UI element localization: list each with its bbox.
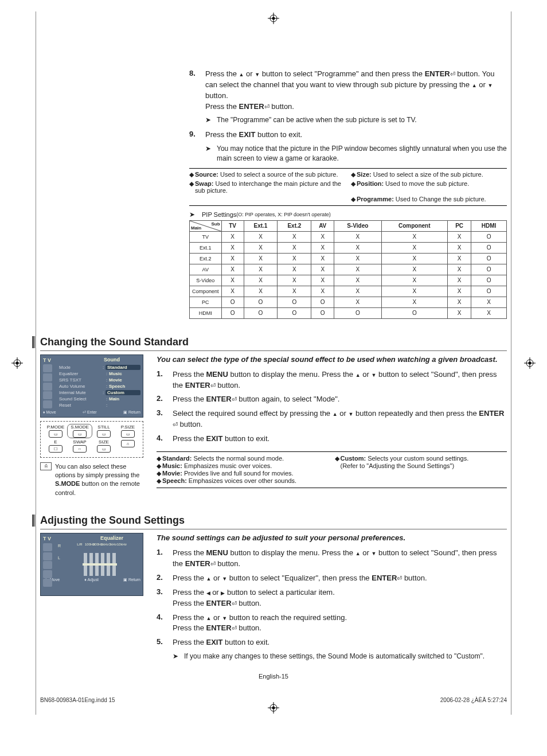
osd-category-icons [43, 364, 56, 409]
table-col-header: AV [311, 220, 334, 231]
table-row: Ext.2XXXXXXXO [190, 253, 507, 264]
enter-icon: ⏎ [210, 560, 216, 569]
table-cell: O [471, 286, 507, 297]
table-cell: O [334, 307, 381, 318]
down-arrow-icon: ▼ [487, 83, 493, 88]
table-header-diagonal: Main Sub [190, 220, 222, 231]
table-cell: X [311, 264, 334, 275]
osd-menu-row: SRS TSXT:Movie [59, 377, 140, 383]
osd-menu-row: Equalizer:Music [59, 371, 140, 377]
table-row: ComponentXXXXXXXO [190, 286, 507, 297]
enter-icon: ⏎ [210, 381, 216, 391]
table-col-header: Ext.1 [244, 220, 278, 231]
table-cell: X [448, 253, 471, 264]
table-cell: X [471, 297, 507, 307]
table-col-header: Component [381, 220, 448, 231]
step-8-body: Press the ▲ or ▼ button to select "Progr… [205, 69, 507, 112]
table-row-header: AV [190, 264, 222, 275]
bullet-icon: ◆ [157, 470, 162, 477]
table-cell: X [448, 275, 471, 286]
bullet-icon: ◆ [335, 455, 341, 462]
table-cell: O [311, 307, 334, 318]
step-number: 9. [189, 130, 205, 141]
note-arrow-icon: ➤ [205, 115, 214, 125]
table-row: TVXXXXXXXO [190, 231, 507, 242]
eq-intro-text: The sound settings can be adjusted to su… [157, 533, 507, 543]
down-arrow-icon: ▼ [371, 551, 376, 556]
table-row-header: PC [190, 297, 222, 307]
table-cell: X [221, 242, 244, 253]
table-col-header: TV [221, 220, 244, 231]
enter-icon: ⏎ [173, 420, 178, 430]
table-cell: O [278, 307, 311, 318]
osd-sound-menu: T V Sound Mode:StandardEqualizer:MusicSR… [40, 354, 143, 418]
table-cell: X [448, 231, 471, 242]
svg-point-11 [16, 361, 19, 364]
table-cell: X [448, 297, 471, 307]
table-row: HDMIOOOOOOXX [190, 307, 507, 318]
table-cell: X [221, 275, 244, 286]
table-cell: X [311, 242, 334, 253]
svg-point-3 [272, 17, 275, 20]
bullet-icon: ◆ [351, 196, 357, 203]
table-col-header: S-Video [334, 220, 381, 231]
osd-eq-sliders [59, 548, 140, 576]
registration-mark-icon [11, 357, 23, 369]
svg-point-7 [272, 706, 275, 709]
table-cell: X [221, 264, 244, 275]
enter-icon: ⏎ [232, 624, 237, 633]
table-cell: O [221, 307, 244, 318]
registration-mark-icon [268, 702, 279, 714]
table-cell: X [278, 275, 311, 286]
smode-shortcut-note: ⎙ You can also select these options by s… [40, 462, 146, 498]
osd-menu-row: Auto Volume:Speech [59, 383, 140, 389]
table-row-header: HDMI [190, 307, 222, 318]
table-cell: X [244, 264, 278, 275]
table-cell: X [334, 286, 381, 297]
table-cell: X [244, 275, 278, 286]
section-title-sound-settings: Adjusting the Sound Settings [40, 515, 507, 529]
table-row-header: Ext.1 [190, 242, 222, 253]
table-row: PCOOOOXXXX [190, 297, 507, 307]
table-cell: O [221, 297, 244, 307]
table-col-header: Ext.2 [278, 220, 311, 231]
table-cell: X [244, 286, 278, 297]
table-col-header: PC [448, 220, 471, 231]
eq-custom-note: If you make any changes to these setting… [184, 652, 485, 661]
osd-footer: ♦ Move ⏎ Enter ▣ Return [43, 410, 140, 415]
step-8-note: The "Programme" can be active when the s… [217, 115, 417, 125]
table-cell: O [278, 297, 311, 307]
table-cell: X [278, 264, 311, 275]
table-row-header: S-Video [190, 275, 222, 286]
svg-point-15 [529, 361, 532, 364]
table-cell: O [471, 253, 507, 264]
section-title-sound-standard: Changing the Sound Standard [40, 336, 507, 351]
registration-mark-icon [524, 357, 536, 369]
table-cell: X [381, 286, 448, 297]
table-cell: X [244, 242, 278, 253]
table-cell: X [221, 253, 244, 264]
remote-note-icon: ⎙ [40, 462, 52, 470]
table-cell: X [448, 307, 471, 318]
remote-buttons-diagram: P.MODE▭ S.MODE▭ STILL▭ P.SIZE▭ E☐ SWAP↔ … [40, 421, 143, 458]
table-cell: O [244, 297, 278, 307]
table-cell: X [221, 286, 244, 297]
table-cell: X [334, 231, 381, 242]
down-arrow-icon: ▼ [255, 72, 260, 77]
table-cell: X [311, 231, 334, 242]
table-cell: X [278, 242, 311, 253]
bullet-icon: ◆ [189, 171, 195, 178]
table-cell: X [311, 286, 334, 297]
table-row-header: TV [190, 231, 222, 242]
table-cell: X [381, 253, 448, 264]
enter-icon: ⏎ [397, 574, 402, 583]
table-cell: X [244, 253, 278, 264]
osd-menu-row: Mode:Standard [59, 364, 140, 371]
table-cell: X [448, 242, 471, 253]
table-cell: X [311, 275, 334, 286]
table-cell: X [448, 286, 471, 297]
table-row-header: Component [190, 286, 222, 297]
up-arrow-icon: ▲ [355, 372, 361, 378]
osd-menu-row: Internal Mute:Custom [59, 389, 140, 396]
step-9-note: You may notice that the picture in the P… [217, 144, 507, 163]
